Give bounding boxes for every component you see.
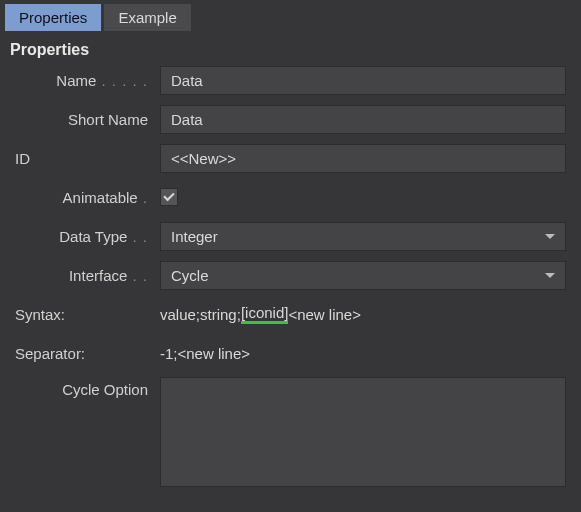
- row-id: ID: [15, 143, 566, 173]
- check-icon: [163, 190, 174, 201]
- row-separator: Separator: -1;<new line>: [15, 338, 566, 368]
- tab-example[interactable]: Example: [104, 4, 190, 31]
- properties-form: Name Short Name ID Animatable Data Type …: [0, 65, 581, 487]
- interface-select[interactable]: Cycle: [160, 261, 566, 290]
- chevron-down-icon: [545, 273, 555, 278]
- label-id: ID: [15, 150, 160, 167]
- label-cycle-option: Cycle Option: [15, 377, 160, 398]
- id-input[interactable]: [160, 144, 566, 173]
- section-header: Properties: [0, 31, 581, 65]
- label-data-type: Data Type: [15, 228, 160, 245]
- name-input[interactable]: [160, 66, 566, 95]
- row-interface: Interface Cycle: [15, 260, 566, 290]
- row-cycle-option: Cycle Option: [15, 377, 566, 487]
- animatable-checkbox[interactable]: [160, 188, 178, 206]
- label-syntax: Syntax:: [15, 306, 160, 323]
- label-separator: Separator:: [15, 345, 160, 362]
- row-name: Name: [15, 65, 566, 95]
- interface-value: Cycle: [171, 267, 209, 284]
- tab-properties[interactable]: Properties: [5, 4, 101, 31]
- separator-value: -1;<new line>: [160, 341, 566, 366]
- chevron-down-icon: [545, 234, 555, 239]
- syntax-value: value;string;[iconid]<new line>: [160, 300, 566, 328]
- cycle-option-textarea[interactable]: [160, 377, 566, 487]
- label-short-name: Short Name: [15, 111, 160, 128]
- tab-bar: Properties Example: [0, 0, 581, 31]
- row-syntax: Syntax: value;string;[iconid]<new line>: [15, 299, 566, 329]
- row-animatable: Animatable: [15, 182, 566, 212]
- label-name: Name: [15, 72, 160, 89]
- label-interface: Interface: [15, 267, 160, 284]
- data-type-value: Integer: [171, 228, 218, 245]
- row-short-name: Short Name: [15, 104, 566, 134]
- short-name-input[interactable]: [160, 105, 566, 134]
- row-data-type: Data Type Integer: [15, 221, 566, 251]
- data-type-select[interactable]: Integer: [160, 222, 566, 251]
- label-animatable: Animatable: [15, 189, 160, 206]
- syntax-highlight: [iconid]: [241, 304, 289, 324]
